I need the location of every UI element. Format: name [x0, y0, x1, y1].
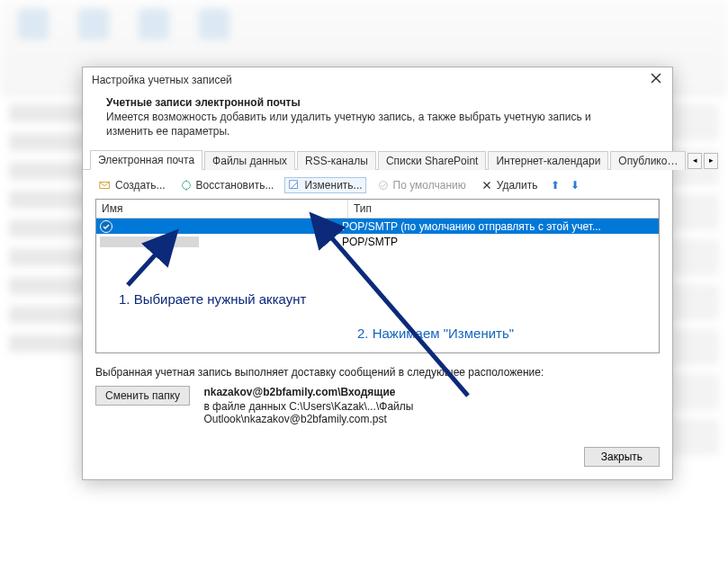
col-type[interactable]: Тип — [348, 200, 659, 218]
account-settings-dialog: Настройка учетных записей Учетные записи… — [82, 67, 673, 480]
tab-data-files[interactable]: Файлы данных — [204, 151, 295, 170]
header-block: Учетные записи электронной почты Имеется… — [83, 91, 672, 149]
tab-sharepoint[interactable]: Списки SharePoint — [378, 151, 487, 170]
default-label: По умолчанию — [393, 179, 466, 192]
row-type-cell: POP/SMTP — [340, 236, 659, 248]
accounts-list: Имя Тип POP/SMTP (по умолчанию отправлят… — [95, 199, 660, 353]
move-up-button[interactable]: ⬆ — [549, 179, 562, 192]
delivery-details: nkazakov@b2bfamily.com\Входящие в файле … — [203, 386, 590, 425]
delete-button[interactable]: Удалить — [477, 177, 542, 193]
row-name-cell — [96, 220, 340, 233]
delivery-intro: Выбранная учетная запись выполняет доста… — [95, 366, 660, 379]
annotation-step2: 2. Нажимаем "Изменить" — [357, 326, 514, 341]
mail-new-icon — [99, 179, 112, 192]
svg-rect-2 — [290, 181, 298, 189]
dialog-footer: Закрыть — [83, 431, 672, 479]
tab-internet-calendars[interactable]: Интернет-календари — [488, 151, 608, 170]
tab-email[interactable]: Электронная почта — [90, 150, 202, 170]
row-name-cell — [96, 236, 340, 247]
repair-icon — [180, 179, 193, 192]
account-row[interactable]: POP/SMTP — [96, 234, 659, 249]
move-down-button[interactable]: ⬇ — [569, 179, 581, 192]
dialog-heading: Учетные записи электронной почты — [106, 96, 654, 109]
list-header: Имя Тип — [96, 200, 659, 219]
delivery-path: в файле данных C:\Users\Kazak\...\Файлы … — [203, 400, 590, 425]
redacted-name — [100, 236, 199, 247]
change-folder-button[interactable]: Сменить папку — [95, 386, 190, 406]
create-label: Создать... — [115, 179, 166, 192]
delete-icon — [481, 179, 493, 192]
repair-button[interactable]: Восстановить... — [176, 177, 278, 193]
delivery-block: Выбранная учетная запись выполняет доста… — [83, 353, 672, 431]
accounts-toolbar: Создать... Восстановить... Изменить... П… — [83, 170, 672, 199]
edit-icon — [288, 179, 301, 192]
tab-scroll-left[interactable]: ◂ — [688, 153, 702, 169]
create-button[interactable]: Создать... — [95, 177, 169, 193]
close-button[interactable]: Закрыть — [584, 447, 660, 467]
svg-point-1 — [182, 182, 190, 190]
dialog-title: Настройка учетных записей — [92, 74, 232, 86]
default-check-icon — [100, 220, 112, 233]
row-type-cell: POP/SMTP (по умолчанию отправлять с этой… — [340, 220, 659, 233]
col-name[interactable]: Имя — [96, 200, 348, 218]
tab-published[interactable]: Опублико… — [610, 151, 686, 170]
titlebar: Настройка учетных записей — [83, 67, 672, 91]
change-button[interactable]: Изменить... — [284, 177, 365, 193]
account-row[interactable]: POP/SMTP (по умолчанию отправлять с этой… — [96, 219, 659, 234]
dialog-description: Имеется возможность добавить или удалить… — [106, 111, 610, 138]
change-label: Изменить... — [304, 179, 362, 192]
close-icon[interactable] — [649, 73, 663, 87]
set-default-button[interactable]: По умолчанию — [373, 177, 470, 193]
tab-scroll: ◂ ▸ — [688, 153, 718, 169]
tab-scroll-right[interactable]: ▸ — [704, 153, 718, 169]
svg-point-3 — [379, 182, 387, 190]
delivery-location: nkazakov@b2bfamily.com\Входящие — [203, 386, 590, 398]
tab-strip: Электронная почта Файлы данных RSS-канал… — [83, 149, 672, 170]
tab-rss[interactable]: RSS-каналы — [297, 151, 376, 170]
check-circle-icon — [377, 179, 390, 192]
delete-label: Удалить — [497, 179, 538, 192]
repair-label: Восстановить... — [196, 179, 274, 192]
annotation-step1: 1. Выбираете нужный аккаунт — [119, 291, 306, 307]
